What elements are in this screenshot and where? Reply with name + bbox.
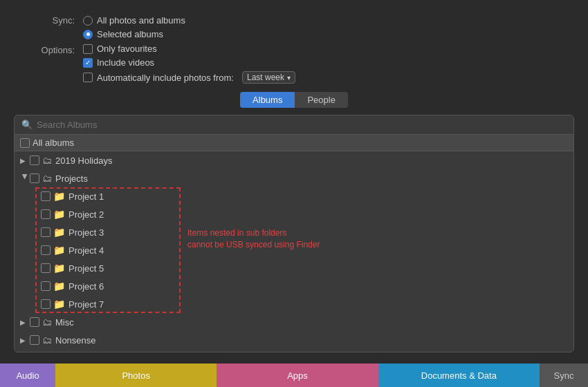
tree-row[interactable]: ▶ 📁 Project 2: [15, 205, 573, 223]
sync-all-label: All photos and albums: [97, 15, 185, 26]
options-label: Options:: [14, 44, 83, 55]
album-icon: 📁: [53, 191, 65, 202]
p2-label: Project 2: [68, 209, 104, 220]
options-items: Only favourites Include videos Automatic…: [83, 44, 295, 84]
album-icon: 📁: [53, 281, 65, 292]
bottom-bar: Audio Photos Apps Documents & Data Sync: [0, 364, 588, 387]
arrow-projects: ▶: [21, 173, 29, 183]
tree-row[interactable]: ▶ 🗂 Projects: [15, 169, 573, 187]
option-auto-include[interactable]: Automatically include photos from: Last …: [83, 71, 295, 84]
album-icon: 📁: [53, 263, 65, 274]
arrow-holidays: ▶: [20, 157, 30, 164]
sync-button[interactable]: Sync: [540, 364, 588, 387]
tree-row[interactable]: ▶ 📁 Project 6: [15, 277, 573, 295]
misc-label: Misc: [55, 317, 74, 328]
folder-icon: 🗂: [42, 173, 52, 184]
favourites-label: Only favourites: [97, 44, 157, 54]
p5-label: Project 5: [68, 263, 104, 274]
album-icon: 📁: [53, 227, 65, 238]
option-videos[interactable]: Include videos: [83, 57, 295, 68]
sync-options: All photos and albums Selected albums: [83, 15, 185, 39]
p6-checkbox[interactable]: [41, 281, 50, 291]
p5-checkbox[interactable]: [41, 263, 50, 273]
tree-row[interactable]: ▶ 📁 Project 5: [15, 259, 573, 277]
album-icon: 📁: [53, 299, 65, 310]
videos-checkbox[interactable]: [83, 58, 93, 68]
search-bar: 🔍: [15, 115, 573, 135]
nonsense-checkbox[interactable]: [30, 335, 39, 345]
all-albums-row[interactable]: All albums: [15, 135, 573, 151]
p1-checkbox[interactable]: [41, 191, 50, 201]
misc-checkbox[interactable]: [30, 317, 39, 327]
favourites-checkbox[interactable]: [83, 44, 93, 54]
bottom-tab-docs[interactable]: Documents & Data: [378, 364, 540, 387]
auto-include-checkbox[interactable]: [83, 73, 93, 82]
sync-all-radio[interactable]: All photos and albums: [83, 15, 185, 26]
search-input[interactable]: [37, 120, 567, 130]
p3-checkbox[interactable]: [41, 227, 50, 237]
sync-selected-radio-circle: [83, 30, 93, 39]
folder-icon: 🗂: [42, 317, 52, 328]
folder-icon: 🗂: [42, 334, 52, 346]
option-favourites[interactable]: Only favourites: [83, 44, 295, 54]
tree-row[interactable]: ▶ 📁 Project 1: [15, 187, 573, 205]
arrow-nonsense: ▶: [20, 337, 30, 344]
albums-panel: 🔍 All albums ▶ 🗂 2019 Holidays ▶ 🗂 Proje…: [14, 115, 574, 352]
p7-checkbox[interactable]: [41, 299, 50, 309]
nonsense-label: Nonsense: [55, 335, 96, 346]
p4-label: Project 4: [68, 245, 104, 256]
tab-albums[interactable]: Albums: [240, 92, 295, 108]
projects-label: Projects: [55, 173, 88, 184]
tree-row[interactable]: ▶ 📁 Project 3: [15, 223, 573, 241]
tab-people[interactable]: People: [295, 92, 347, 108]
p2-checkbox[interactable]: [41, 209, 50, 219]
sync-label: Sync:: [14, 15, 83, 26]
auto-include-label: Automatically include photos from:: [97, 73, 234, 83]
tree-container: ▶ 🗂 2019 Holidays ▶ 🗂 Projects ▶ 📁 Proje…: [15, 151, 573, 352]
tree-row[interactable]: ▶ 🗂 2019 Holidays: [15, 151, 573, 169]
holidays-checkbox[interactable]: [30, 155, 39, 165]
bottom-tab-audio[interactable]: Audio: [0, 364, 55, 387]
auto-include-select[interactable]: Last week: [242, 71, 295, 84]
tree-row[interactable]: ▶ 📁 Project 7: [15, 295, 573, 313]
tree-row[interactable]: ▶ 🗂 Rubbish: [15, 349, 573, 352]
all-albums-label: All albums: [33, 138, 74, 148]
projects-checkbox[interactable]: [30, 173, 39, 183]
sync-selected-label: Selected albums: [97, 29, 163, 39]
auto-include-select-value: Last week: [247, 73, 284, 82]
all-albums-checkbox[interactable]: [20, 138, 30, 148]
search-icon: 🔍: [21, 120, 33, 130]
bottom-tab-photos[interactable]: Photos: [55, 364, 217, 387]
holidays-label: 2019 Holidays: [55, 155, 112, 166]
sync-selected-radio[interactable]: Selected albums: [83, 29, 185, 39]
sync-all-radio-circle: [83, 16, 93, 26]
tree-row[interactable]: ▶ 🗂 Nonsense: [15, 331, 573, 349]
p6-label: Project 6: [68, 281, 104, 292]
album-icon: 📁: [53, 245, 65, 256]
tree-row[interactable]: ▶ 🗂 Misc: [15, 313, 573, 331]
p3-label: Project 3: [68, 227, 104, 238]
album-icon: 📁: [53, 209, 65, 220]
videos-label: Include videos: [97, 57, 154, 68]
p4-checkbox[interactable]: [41, 245, 50, 255]
arrow-misc: ▶: [20, 319, 30, 326]
content-tabs: Albums People: [14, 92, 574, 108]
folder-icon: 🗂: [42, 155, 52, 166]
tree-row[interactable]: ▶ 📁 Project 4: [15, 241, 573, 259]
p1-label: Project 1: [68, 191, 104, 202]
bottom-tab-apps[interactable]: Apps: [217, 364, 378, 387]
p7-label: Project 7: [68, 299, 104, 310]
